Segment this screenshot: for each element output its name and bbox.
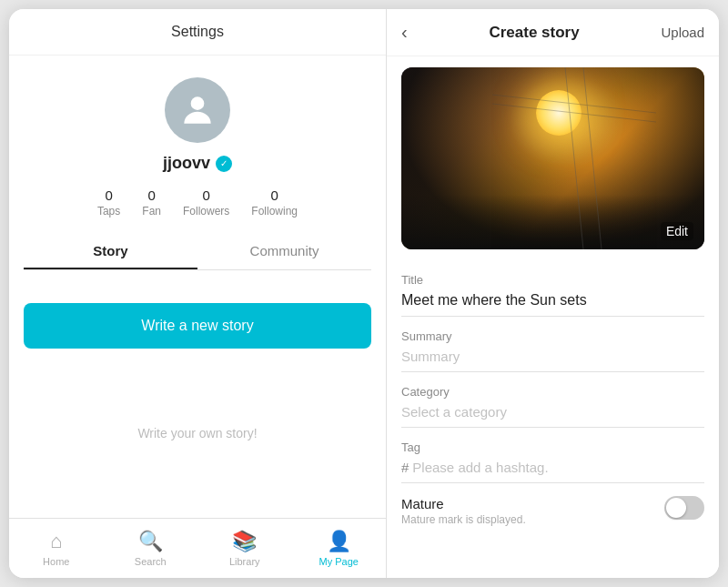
username: jjoovv: [163, 154, 210, 173]
bottom-nav: ⌂ Home 🔍 Search 📚 Library 👤 My Page: [9, 518, 386, 578]
library-icon: 📚: [232, 530, 257, 553]
stat-following: 0 Following: [251, 187, 298, 218]
upload-button[interactable]: Upload: [661, 25, 704, 40]
title-input[interactable]: Meet me where the Sun sets: [401, 292, 704, 317]
verified-badge: ✓: [216, 156, 232, 172]
fan-label: Fan: [142, 205, 161, 218]
story-form: Title Meet me where the Sun sets Summary…: [387, 260, 719, 541]
mypage-icon: 👤: [327, 530, 351, 553]
stat-fan: 0 Fan: [142, 187, 161, 218]
stat-followers: 0 Followers: [183, 187, 229, 218]
mypage-label: My Page: [319, 556, 359, 567]
svg-point-0: [191, 96, 205, 110]
svg-line-3: [492, 95, 656, 113]
right-panel: ‹ Create story Upload Edit Title Meet me…: [387, 9, 719, 578]
taps-label: Taps: [97, 205, 120, 218]
avatar: [165, 77, 230, 143]
svg-line-4: [492, 104, 656, 122]
create-story-title: Create story: [489, 24, 579, 42]
tab-community[interactable]: Community: [197, 232, 371, 269]
home-label: Home: [43, 556, 69, 567]
summary-label: Summary: [401, 329, 704, 343]
mature-toggle[interactable]: [664, 496, 704, 520]
nav-mypage[interactable]: 👤 My Page: [292, 526, 387, 571]
tabs-row: Story Community: [24, 232, 371, 270]
mature-text: Mature Mature mark is displayed.: [401, 496, 526, 526]
fan-count: 0: [147, 187, 155, 203]
nav-search[interactable]: 🔍 Search: [104, 526, 198, 571]
settings-header: Settings: [9, 9, 386, 56]
taps-count: 0: [105, 187, 112, 203]
profile-section: jjoovv ✓ 0 Taps 0 Fan 0 Followers 0: [9, 56, 386, 285]
hash-symbol: #: [401, 460, 409, 475]
mature-title: Mature: [401, 496, 526, 511]
empty-story-message: Write your own story!: [9, 349, 386, 518]
stats-row: 0 Taps 0 Fan 0 Followers 0 Following: [97, 187, 298, 218]
summary-input[interactable]: Summary: [401, 349, 704, 372]
category-label: Category: [401, 385, 704, 399]
search-icon: 🔍: [138, 530, 163, 553]
following-count: 0: [271, 187, 278, 203]
edit-label[interactable]: Edit: [661, 222, 693, 240]
followers-label: Followers: [183, 205, 229, 218]
title-label: Title: [401, 273, 704, 287]
category-select[interactable]: Select a category: [401, 404, 704, 428]
library-label: Library: [229, 556, 260, 567]
user-icon: [177, 90, 217, 130]
create-story-header: ‹ Create story Upload: [387, 9, 719, 56]
write-new-story-button[interactable]: Write a new story: [24, 303, 371, 349]
nav-home[interactable]: ⌂ Home: [9, 526, 104, 571]
svg-line-2: [583, 67, 602, 249]
tag-input-row[interactable]: # Please add a hashtag.: [401, 460, 704, 483]
tag-placeholder: Please add a hashtag.: [412, 460, 548, 475]
left-panel: Settings jjoovv ✓ 0 Taps 0 Fan: [9, 9, 387, 578]
search-label: Search: [135, 556, 167, 567]
power-lines-graphic: [401, 67, 704, 249]
stat-taps: 0 Taps: [97, 187, 120, 218]
mature-subtitle: Mature mark is displayed.: [401, 513, 526, 526]
home-icon: ⌂: [50, 530, 62, 553]
tab-story[interactable]: Story: [24, 232, 197, 269]
mature-row: Mature Mature mark is displayed.: [401, 496, 704, 541]
nav-library[interactable]: 📚 Library: [197, 526, 292, 571]
username-row: jjoovv ✓: [163, 154, 232, 173]
followers-count: 0: [202, 187, 209, 203]
tag-label: Tag: [401, 440, 704, 454]
story-cover-image[interactable]: Edit: [401, 67, 704, 249]
back-button[interactable]: ‹: [401, 22, 408, 43]
svg-line-1: [565, 67, 583, 249]
following-label: Following: [251, 205, 298, 218]
